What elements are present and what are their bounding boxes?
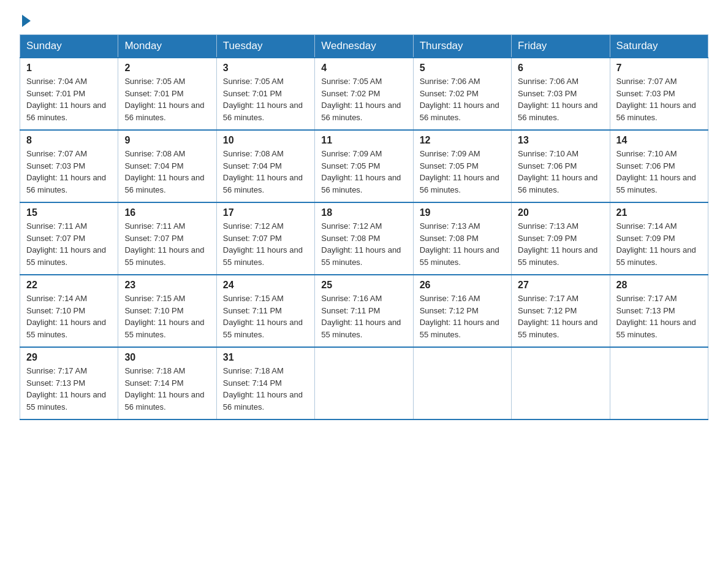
sunrise-label: Sunrise: 7:07 AM (26, 149, 87, 158)
daylight-label: Daylight: 11 hours and 55 minutes. (518, 318, 597, 339)
daylight-label: Daylight: 11 hours and 56 minutes. (321, 101, 401, 122)
page-header (20, 15, 708, 27)
sunrise-label: Sunrise: 7:13 AM (420, 221, 480, 231)
sunset-label: Sunset: 7:09 PM (518, 234, 577, 243)
daylight-label: Daylight: 11 hours and 55 minutes. (26, 390, 106, 412)
weekday-header-wednesday: Wednesday (315, 35, 413, 58)
sunset-label: Sunset: 7:06 PM (518, 161, 577, 170)
day-number: 12 (420, 135, 505, 146)
day-info: Sunrise: 7:13 AM Sunset: 7:08 PM Dayligh… (420, 220, 505, 268)
sunrise-label: Sunrise: 7:18 AM (124, 366, 185, 375)
calendar-cell: 18 Sunrise: 7:12 AM Sunset: 7:08 PM Dayl… (315, 202, 413, 275)
calendar-table: SundayMondayTuesdayWednesdayThursdayFrid… (20, 34, 708, 420)
day-number: 21 (616, 207, 702, 218)
day-info: Sunrise: 7:09 AM Sunset: 7:05 PM Dayligh… (420, 148, 505, 196)
logo-triangle-icon (22, 15, 31, 27)
calendar-cell: 13 Sunrise: 7:10 AM Sunset: 7:06 PM Dayl… (512, 130, 610, 202)
day-number: 16 (124, 207, 210, 218)
sunrise-label: Sunrise: 7:08 AM (223, 149, 284, 158)
calendar-cell: 24 Sunrise: 7:15 AM Sunset: 7:11 PM Dayl… (216, 275, 314, 347)
day-info: Sunrise: 7:06 AM Sunset: 7:02 PM Dayligh… (420, 75, 505, 123)
day-number: 9 (124, 135, 210, 146)
daylight-label: Daylight: 11 hours and 56 minutes. (26, 101, 106, 122)
calendar-cell: 17 Sunrise: 7:12 AM Sunset: 7:07 PM Dayl… (216, 202, 314, 275)
sunrise-label: Sunrise: 7:17 AM (26, 366, 87, 375)
sunrise-label: Sunrise: 7:12 AM (321, 221, 382, 231)
calendar-cell: 30 Sunrise: 7:18 AM Sunset: 7:14 PM Dayl… (118, 347, 216, 419)
sunrise-label: Sunrise: 7:05 AM (223, 77, 284, 86)
sunset-label: Sunset: 7:03 PM (518, 89, 577, 98)
day-number: 24 (223, 280, 308, 291)
sunset-label: Sunset: 7:07 PM (223, 234, 282, 243)
weekday-header-thursday: Thursday (413, 35, 511, 58)
daylight-label: Daylight: 11 hours and 55 minutes. (321, 318, 401, 339)
calendar-week-row: 29 Sunrise: 7:17 AM Sunset: 7:13 PM Dayl… (20, 347, 708, 419)
sunrise-label: Sunrise: 7:05 AM (124, 77, 185, 86)
daylight-label: Daylight: 11 hours and 56 minutes. (124, 390, 204, 412)
sunset-label: Sunset: 7:10 PM (26, 306, 85, 315)
day-info: Sunrise: 7:18 AM Sunset: 7:14 PM Dayligh… (223, 365, 308, 413)
sunrise-label: Sunrise: 7:07 AM (616, 77, 677, 86)
day-info: Sunrise: 7:05 AM Sunset: 7:01 PM Dayligh… (124, 75, 210, 123)
sunset-label: Sunset: 7:14 PM (124, 378, 183, 388)
sunrise-label: Sunrise: 7:17 AM (518, 294, 578, 303)
daylight-label: Daylight: 11 hours and 56 minutes. (420, 101, 499, 122)
sunrise-label: Sunrise: 7:15 AM (223, 294, 284, 303)
calendar-cell: 4 Sunrise: 7:05 AM Sunset: 7:02 PM Dayli… (315, 58, 413, 130)
day-number: 19 (420, 207, 505, 218)
day-info: Sunrise: 7:14 AM Sunset: 7:10 PM Dayligh… (26, 293, 112, 340)
calendar-cell: 1 Sunrise: 7:04 AM Sunset: 7:01 PM Dayli… (20, 58, 118, 130)
day-info: Sunrise: 7:07 AM Sunset: 7:03 PM Dayligh… (26, 148, 112, 196)
sunrise-label: Sunrise: 7:04 AM (26, 77, 87, 86)
day-number: 20 (518, 207, 603, 218)
sunset-label: Sunset: 7:03 PM (26, 161, 85, 170)
calendar-cell: 9 Sunrise: 7:08 AM Sunset: 7:04 PM Dayli… (118, 130, 216, 202)
daylight-label: Daylight: 11 hours and 56 minutes. (616, 101, 696, 122)
day-number: 22 (26, 280, 112, 291)
day-info: Sunrise: 7:08 AM Sunset: 7:04 PM Dayligh… (223, 148, 308, 196)
calendar-cell: 2 Sunrise: 7:05 AM Sunset: 7:01 PM Dayli… (118, 58, 216, 130)
sunset-label: Sunset: 7:04 PM (223, 161, 282, 170)
day-number: 7 (616, 63, 702, 74)
day-number: 3 (223, 63, 308, 74)
daylight-label: Daylight: 11 hours and 56 minutes. (518, 101, 597, 122)
day-info: Sunrise: 7:14 AM Sunset: 7:09 PM Dayligh… (616, 220, 702, 268)
day-info: Sunrise: 7:06 AM Sunset: 7:03 PM Dayligh… (518, 75, 603, 123)
calendar-cell: 31 Sunrise: 7:18 AM Sunset: 7:14 PM Dayl… (216, 347, 314, 419)
daylight-label: Daylight: 11 hours and 56 minutes. (223, 390, 303, 412)
sunrise-label: Sunrise: 7:17 AM (616, 294, 677, 303)
day-info: Sunrise: 7:10 AM Sunset: 7:06 PM Dayligh… (616, 148, 702, 196)
sunset-label: Sunset: 7:13 PM (26, 378, 85, 388)
sunset-label: Sunset: 7:11 PM (321, 306, 380, 315)
sunset-label: Sunset: 7:13 PM (616, 306, 675, 315)
sunset-label: Sunset: 7:10 PM (124, 306, 183, 315)
sunset-label: Sunset: 7:12 PM (518, 306, 577, 315)
day-number: 5 (420, 63, 505, 74)
daylight-label: Daylight: 11 hours and 55 minutes. (616, 318, 696, 339)
day-number: 25 (321, 280, 406, 291)
daylight-label: Daylight: 11 hours and 55 minutes. (420, 318, 499, 339)
calendar-cell: 7 Sunrise: 7:07 AM Sunset: 7:03 PM Dayli… (610, 58, 708, 130)
day-info: Sunrise: 7:15 AM Sunset: 7:10 PM Dayligh… (124, 293, 210, 340)
day-info: Sunrise: 7:13 AM Sunset: 7:09 PM Dayligh… (518, 220, 603, 268)
day-number: 31 (223, 352, 308, 363)
sunrise-label: Sunrise: 7:09 AM (420, 149, 480, 158)
sunset-label: Sunset: 7:11 PM (223, 306, 282, 315)
daylight-label: Daylight: 11 hours and 56 minutes. (223, 173, 303, 194)
daylight-label: Daylight: 11 hours and 56 minutes. (321, 173, 401, 194)
sunset-label: Sunset: 7:01 PM (26, 89, 85, 98)
logo (20, 15, 31, 27)
calendar-cell: 5 Sunrise: 7:06 AM Sunset: 7:02 PM Dayli… (413, 58, 511, 130)
sunrise-label: Sunrise: 7:15 AM (124, 294, 185, 303)
calendar-cell: 26 Sunrise: 7:16 AM Sunset: 7:12 PM Dayl… (413, 275, 511, 347)
calendar-cell: 28 Sunrise: 7:17 AM Sunset: 7:13 PM Dayl… (610, 275, 708, 347)
calendar-cell (315, 347, 413, 419)
daylight-label: Daylight: 11 hours and 55 minutes. (124, 318, 204, 339)
daylight-label: Daylight: 11 hours and 55 minutes. (420, 245, 499, 267)
day-info: Sunrise: 7:16 AM Sunset: 7:11 PM Dayligh… (321, 293, 406, 340)
sunrise-label: Sunrise: 7:11 AM (124, 221, 185, 231)
day-number: 28 (616, 280, 702, 291)
day-info: Sunrise: 7:17 AM Sunset: 7:13 PM Dayligh… (616, 293, 702, 340)
calendar-cell: 25 Sunrise: 7:16 AM Sunset: 7:11 PM Dayl… (315, 275, 413, 347)
calendar-cell: 27 Sunrise: 7:17 AM Sunset: 7:12 PM Dayl… (512, 275, 610, 347)
